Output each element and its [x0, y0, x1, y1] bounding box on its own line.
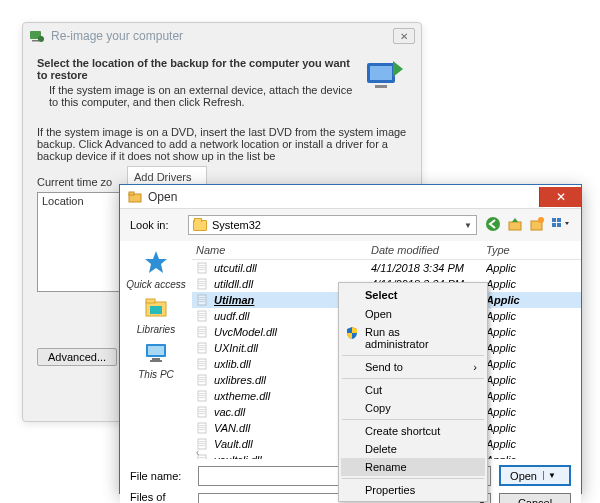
svg-rect-70 — [199, 445, 205, 446]
svg-rect-46 — [199, 349, 205, 350]
svg-rect-37 — [199, 315, 205, 316]
file-type: Applic — [486, 262, 577, 274]
sidebar-quick-access[interactable]: Quick access — [126, 249, 185, 290]
svg-rect-5 — [375, 85, 387, 88]
shield-icon — [345, 326, 359, 340]
svg-rect-32 — [199, 297, 205, 298]
file-type: Applic — [486, 422, 577, 434]
context-menu-item[interactable]: Copy — [341, 399, 485, 417]
context-menu-item[interactable]: Open — [341, 305, 485, 323]
svg-rect-14 — [552, 223, 556, 227]
add-drivers-title: Add Drivers — [134, 171, 191, 183]
context-menu-item[interactable]: Send to — [341, 358, 485, 376]
file-type: Applic — [486, 438, 577, 450]
svg-rect-60 — [199, 409, 205, 410]
context-menu-item[interactable]: Run as administrator — [341, 323, 485, 353]
svg-rect-13 — [557, 218, 561, 222]
reimage-subtext: If the system image is on an external de… — [37, 84, 355, 108]
lookin-label: Look in: — [130, 219, 180, 231]
svg-rect-72 — [199, 457, 205, 458]
context-menu-label: Send to — [365, 361, 403, 373]
file-icon — [196, 374, 210, 386]
context-menu-item[interactable]: Delete — [341, 440, 485, 458]
lookin-row: Look in: System32 ▼ — [120, 209, 581, 241]
svg-rect-1 — [32, 40, 39, 42]
file-type: Applic — [486, 374, 577, 386]
file-icon — [196, 406, 210, 418]
svg-rect-30 — [199, 285, 205, 286]
context-menu-item[interactable]: Rename — [341, 458, 485, 476]
svg-rect-9 — [509, 222, 521, 230]
file-icon — [196, 278, 210, 290]
advanced-button[interactable]: Advanced... — [37, 348, 117, 366]
context-menu-separator — [342, 419, 484, 420]
context-menu-label: Copy — [365, 402, 391, 414]
svg-rect-56 — [199, 393, 205, 394]
svg-rect-50 — [199, 365, 205, 366]
lookin-combo[interactable]: System32 ▼ — [188, 215, 477, 235]
context-menu-label: Cut — [365, 384, 382, 396]
view-menu-icon[interactable] — [551, 216, 571, 234]
col-date[interactable]: Date modified — [371, 244, 486, 256]
open-button[interactable]: Open▼ — [499, 465, 571, 486]
column-headers[interactable]: Name Date modified Type — [192, 241, 581, 260]
file-icon — [196, 262, 210, 274]
places-sidebar: Quick access Libraries This PC — [120, 241, 192, 459]
svg-rect-57 — [199, 395, 205, 396]
context-menu-header: Select — [341, 285, 485, 305]
file-row[interactable]: utcutil.dll4/11/2018 3:34 PMApplic — [192, 260, 581, 276]
svg-rect-66 — [199, 429, 205, 430]
back-icon[interactable] — [485, 216, 501, 234]
reimage-heading: Select the location of the backup for th… — [37, 57, 355, 81]
file-name-label: File name: — [130, 470, 190, 482]
file-icon — [196, 390, 210, 402]
svg-rect-36 — [199, 313, 205, 314]
sidebar-libraries[interactable]: Libraries — [137, 294, 175, 335]
file-type: Applic — [486, 310, 577, 322]
file-icon — [196, 294, 210, 306]
file-name: utcutil.dll — [214, 262, 371, 274]
file-icon — [196, 342, 210, 354]
reimage-close-button[interactable]: ✕ — [393, 28, 415, 44]
file-type: Applic — [486, 358, 577, 370]
file-icon — [196, 310, 210, 322]
svg-rect-34 — [199, 301, 205, 302]
location-listbox[interactable]: Location — [37, 192, 132, 292]
svg-rect-61 — [199, 411, 205, 412]
up-icon[interactable] — [507, 216, 523, 234]
sidebar-this-pc[interactable]: This PC — [138, 339, 174, 380]
open-button-dropdown[interactable]: ▼ — [543, 471, 560, 480]
new-folder-icon[interactable] — [529, 216, 545, 234]
svg-rect-22 — [150, 360, 162, 362]
svg-rect-54 — [199, 381, 205, 382]
context-menu-label: Properties — [365, 484, 415, 496]
col-name[interactable]: Name — [196, 244, 371, 256]
svg-rect-65 — [199, 427, 205, 428]
open-close-button[interactable]: ✕ — [539, 187, 581, 207]
svg-rect-20 — [148, 346, 164, 355]
col-type[interactable]: Type — [486, 244, 577, 256]
open-title: Open — [148, 190, 177, 204]
context-menu: SelectOpenRun as administratorSend toCut… — [338, 282, 488, 502]
svg-rect-4 — [370, 66, 392, 80]
context-menu-separator — [342, 378, 484, 379]
open-titlebar: Open ✕ — [120, 185, 581, 209]
svg-point-8 — [486, 217, 500, 231]
svg-rect-69 — [199, 443, 205, 444]
svg-rect-45 — [199, 347, 205, 348]
context-menu-item[interactable]: Create shortcut — [341, 422, 485, 440]
context-menu-item[interactable]: Properties — [341, 481, 485, 499]
reimage-icon — [29, 28, 45, 44]
svg-rect-42 — [199, 333, 205, 334]
location-col-header: Location — [42, 195, 84, 207]
svg-rect-64 — [199, 425, 205, 426]
file-type: Applic — [486, 326, 577, 338]
svg-rect-53 — [199, 379, 205, 380]
file-icon — [196, 326, 210, 338]
cancel-button[interactable]: Cancel — [499, 493, 571, 504]
open-dialog-icon — [128, 190, 142, 204]
svg-rect-29 — [199, 283, 205, 284]
svg-rect-33 — [199, 299, 205, 300]
context-menu-item[interactable]: Cut — [341, 381, 485, 399]
svg-rect-24 — [199, 265, 205, 266]
